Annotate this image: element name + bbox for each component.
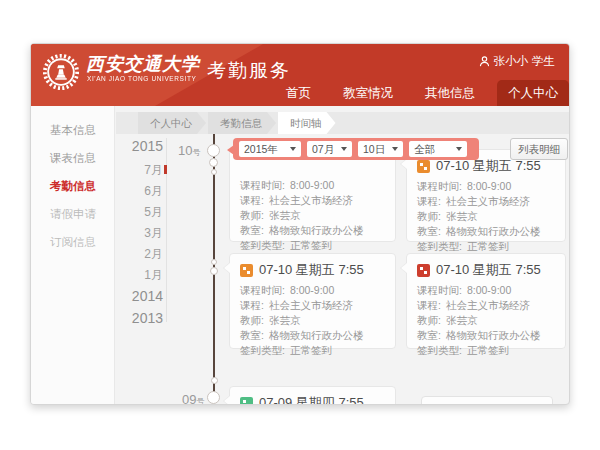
nav-classroom-status[interactable]: 教室情况 xyxy=(327,80,409,106)
university-name-en: XI'AN JIAO TONG UNIVERSITY xyxy=(87,75,196,82)
attendance-card[interactable]: 07-09 星期四 7:55 xyxy=(229,386,396,405)
person-icon xyxy=(479,56,490,67)
sidebar-item-subscription-info[interactable]: 订阅信息 xyxy=(31,228,114,256)
timeline-dot xyxy=(209,158,218,167)
course-name: 社会主义市场经济 xyxy=(446,194,530,209)
breadcrumb-timeline-active[interactable]: 时间轴 xyxy=(278,112,336,134)
card-date-title: 07-10 星期五 7:55 xyxy=(436,261,541,279)
card-tail xyxy=(224,263,230,273)
month-dropdown[interactable]: 07月 xyxy=(307,141,352,157)
timeline-day-10: 10号 xyxy=(178,143,200,158)
course-name: 社会主义市场经济 xyxy=(269,193,353,208)
orange-seal-icon xyxy=(240,264,253,277)
course-time: 8:00-9:00 xyxy=(290,178,334,193)
timeline-dot xyxy=(211,377,218,384)
timeline-month-jan[interactable]: 1月 xyxy=(119,267,163,284)
university-logo-icon xyxy=(42,53,80,91)
year-dropdown[interactable]: 2015年 xyxy=(239,141,301,157)
sidebar-item-leave-request[interactable]: 请假申请 xyxy=(31,200,114,228)
signin-type: 正常签到 xyxy=(467,343,509,358)
attendance-card[interactable]: 07-10 星期五 7:55 课程时间:8:00-9:00 课程:社会主义市场经… xyxy=(406,149,566,242)
timeline-day-09: 09号 xyxy=(182,392,204,405)
card-date-title: 07-10 星期五 7:55 xyxy=(259,261,364,279)
timeline-current-month-marker xyxy=(164,165,167,174)
university-name-cn: 西安交通大学 xyxy=(86,52,200,76)
classroom-name: 格物致知行政办公楼 xyxy=(446,224,541,239)
chevron-down-icon xyxy=(392,147,398,151)
timeline-dot xyxy=(211,169,217,175)
timeline-dot xyxy=(211,259,217,265)
classroom-name: 格物致知行政办公楼 xyxy=(446,328,541,343)
orange-seal-icon xyxy=(417,160,430,173)
card-tail xyxy=(401,263,407,273)
nav-other-info[interactable]: 其他信息 xyxy=(409,80,491,106)
top-navigation: 首页 教室情况 其他信息 个人中心 xyxy=(270,80,569,106)
day-dropdown[interactable]: 10日 xyxy=(358,141,403,157)
attendance-card[interactable]: 07-10 星期五 7:55 课程时间:8:00-9:00 课程:社会主义市场经… xyxy=(229,253,396,349)
filter-bar: 2015年 07月 10日 全部 xyxy=(233,138,479,160)
sidebar-item-basic-info[interactable]: 基本信息 xyxy=(31,116,114,144)
type-dropdown[interactable]: 全部 xyxy=(409,141,467,157)
nav-personal-center-active-tab[interactable]: 个人中心 xyxy=(497,80,569,106)
classroom-name: 格物致知行政办公楼 xyxy=(269,223,364,238)
classroom-name: 格物致知行政办公楼 xyxy=(269,328,364,343)
timeline-month-jul[interactable]: 7月 xyxy=(119,162,163,179)
course-time: 8:00-9:00 xyxy=(467,179,511,194)
signin-type: 正常签到 xyxy=(290,343,332,358)
attendance-card[interactable]: 课程时间:8:00-9:00 课程:社会主义市场经济 教师:张芸京 教室:格物致… xyxy=(229,149,396,242)
chevron-down-icon xyxy=(341,147,347,151)
green-seal-icon xyxy=(240,397,253,406)
chevron-down-icon xyxy=(290,147,296,151)
teacher-name: 张芸京 xyxy=(446,313,478,328)
timeline-year-2014[interactable]: 2014 xyxy=(119,288,163,304)
timeline-month-may[interactable]: 5月 xyxy=(119,204,163,221)
card-tail xyxy=(224,396,230,405)
signin-type: 正常签到 xyxy=(467,239,509,254)
signin-type: 正常签到 xyxy=(290,238,332,253)
teacher-name: 张芸京 xyxy=(269,208,301,223)
timeline-month-jun[interactable]: 6月 xyxy=(119,183,163,200)
red-seal-icon xyxy=(417,264,430,277)
timeline-dot xyxy=(210,267,218,275)
timeline-year-2015[interactable]: 2015 xyxy=(119,138,163,154)
user-role: 学生 xyxy=(532,54,555,69)
course-time: 8:00-9:00 xyxy=(467,283,511,298)
sidebar-item-schedule-info[interactable]: 课表信息 xyxy=(31,144,114,172)
user-info[interactable]: 张小小 学生 xyxy=(479,54,556,69)
nav-home[interactable]: 首页 xyxy=(270,80,327,106)
breadcrumb-attendance-info[interactable]: 考勤信息 xyxy=(208,112,276,134)
chevron-down-icon xyxy=(456,147,462,151)
breadcrumb-personal-center[interactable]: 个人中心 xyxy=(138,112,206,134)
course-name: 社会主义市场经济 xyxy=(446,298,530,313)
user-name: 张小小 xyxy=(494,54,529,69)
teacher-name: 张芸京 xyxy=(446,209,478,224)
course-name: 社会主义市场经济 xyxy=(269,298,353,313)
attendance-card-partial[interactable] xyxy=(421,396,553,405)
app-header: 西安交通大学 XI'AN JIAO TONG UNIVERSITY 考勤服务 张… xyxy=(31,44,569,106)
breadcrumb: 个人中心 考勤信息 时间轴 xyxy=(116,112,569,134)
sidebar-item-attendance-info[interactable]: 考勤信息 xyxy=(31,172,114,200)
list-detail-button[interactable]: 列表明细 xyxy=(510,138,568,160)
card-tail xyxy=(401,159,407,169)
timeline-month-mar[interactable]: 3月 xyxy=(119,225,163,242)
timeline-dot xyxy=(207,391,220,404)
teacher-name: 张芸京 xyxy=(269,313,301,328)
timeline-dot xyxy=(207,144,220,157)
sidebar: 基本信息 课表信息 考勤信息 请假申请 订阅信息 xyxy=(31,106,115,405)
attendance-app-window: 西安交通大学 XI'AN JIAO TONG UNIVERSITY 考勤服务 张… xyxy=(30,43,570,405)
timeline-year-2013[interactable]: 2013 xyxy=(119,310,163,326)
card-date-title: 07-09 星期四 7:55 xyxy=(259,394,364,405)
timeline-month-feb[interactable]: 2月 xyxy=(119,246,163,263)
course-time: 8:00-9:00 xyxy=(290,283,334,298)
attendance-card[interactable]: 07-10 星期五 7:55 课程时间:8:00-9:00 课程:社会主义市场经… xyxy=(406,253,566,349)
